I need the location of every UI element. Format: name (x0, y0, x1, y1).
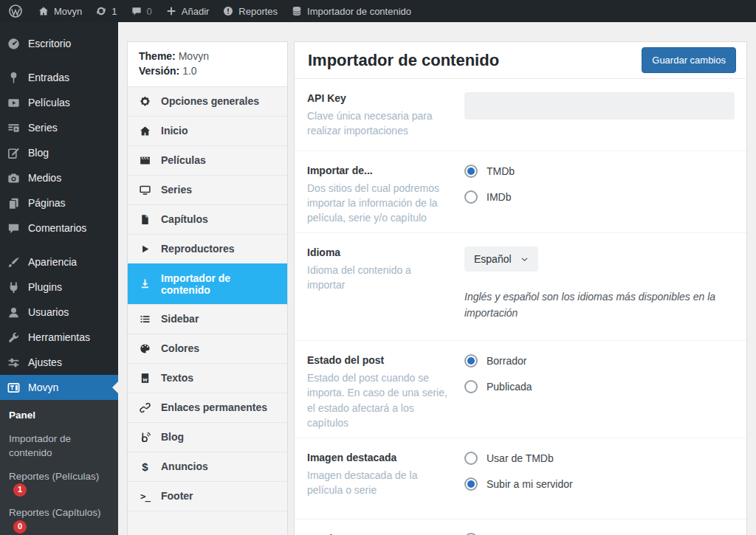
sidebar-item-series[interactable]: Series (0, 115, 118, 140)
language-note: Inglés y español son los idiomas más dis… (464, 289, 734, 321)
comment-count: 0 (147, 6, 152, 17)
updates-link[interactable]: 1 (89, 0, 123, 22)
active-item-notch (106, 382, 118, 393)
submenu-item-reportes-capitulos[interactable]: Reportes (Capítulos) 0 (0, 501, 118, 535)
settings-form: API Key Clave única necesaria para reali… (295, 78, 746, 535)
gear-icon (139, 95, 151, 108)
theme-tab-peliculas[interactable]: Películas (128, 145, 287, 175)
radio-option-publicada[interactable]: Publicada (464, 380, 735, 393)
database-icon (291, 5, 303, 17)
terminal-icon: >_ (139, 490, 151, 503)
sidebar-item-blog[interactable]: Blog (0, 140, 118, 165)
movyn-submenu: Panel Importador de contenido Reportes (… (0, 400, 118, 535)
wordpress-menu[interactable] (0, 0, 31, 22)
theme-tab-inicio[interactable]: Inicio (128, 116, 287, 145)
admin-bar: Movyn 1 0 Añadir Reportes Importador de … (0, 0, 756, 22)
api-key-input[interactable] (464, 92, 735, 120)
sidebar-item-plugins[interactable]: Plugins (0, 275, 118, 300)
theme-tab-blog[interactable]: Blog (128, 422, 287, 452)
field-row-import-from: Importar de... Dos sitios del cual podre… (295, 151, 746, 232)
home-icon (38, 5, 49, 17)
page-title: Importador de contenido (308, 51, 499, 70)
import-from-description: Dos sitios del cual podremos importar la… (307, 181, 451, 226)
comments-link[interactable]: 0 (124, 0, 159, 22)
theme-options-panel: Theme: Movyn Versión: 1.0 Opciones gener… (127, 41, 288, 535)
sidebar-item-usuarios[interactable]: Usuarios (0, 300, 118, 325)
video-icon (7, 96, 21, 110)
brush-icon (7, 255, 21, 269)
theme-tab-series[interactable]: Series (128, 175, 287, 204)
post-status-description: Estado del post cuando se importa. En ca… (307, 370, 451, 430)
radio-unchecked-icon (464, 380, 478, 393)
language-select[interactable]: Español (464, 246, 538, 272)
sidebar-item-entradas[interactable]: Entradas (0, 65, 118, 90)
field-row-api-key: API Key Clave única necesaria para reali… (295, 79, 746, 151)
sidebar-item-escritorio[interactable]: Escritorio (0, 31, 118, 56)
sidebar-item-comentarios[interactable]: Comentarios (0, 215, 118, 241)
radio-checked-icon (464, 477, 478, 491)
radio-option-borrador[interactable]: Borrador (464, 354, 735, 367)
theme-tab-capitulos[interactable]: Capítulos (128, 204, 287, 234)
radio-option-subir-servidor[interactable]: Subir a mi servidor (464, 477, 735, 491)
field-row-language: Idioma Idioma del contenido a importar E… (295, 232, 746, 340)
sidebar-item-peliculas[interactable]: Películas (0, 90, 118, 115)
submenu-item-panel[interactable]: Panel (0, 404, 118, 427)
field-row-post-status: Estado del post Estado del post cuando s… (295, 340, 746, 438)
reports-movies-badge: 1 (13, 483, 27, 497)
theme-tab-anuncios[interactable]: $ Anuncios (128, 452, 287, 481)
theme-tab-opciones-generales[interactable]: Opciones generales (128, 86, 287, 116)
version-value: 1.0 (182, 65, 196, 77)
theme-tab-reproductores[interactable]: Reproductores (128, 234, 287, 263)
submenu-item-importador[interactable]: Importador de contenido (0, 427, 118, 465)
camera-icon (7, 171, 21, 185)
theme-tab-enlaces[interactable]: Enlaces permanentes (128, 393, 287, 422)
save-changes-button[interactable]: Guardar cambios (642, 47, 736, 73)
radio-option-tmdb[interactable]: TMDb (464, 165, 735, 178)
theme-tab-sidebar[interactable]: Sidebar (128, 304, 287, 334)
list-icon (139, 313, 151, 325)
radio-checked-icon (464, 354, 478, 367)
dashboard-icon (7, 37, 21, 51)
theme-tab-colores[interactable]: Colores (128, 334, 287, 363)
radio-option-usar-de-tmdb[interactable]: Usar de TMDb (464, 452, 735, 465)
playlist-video-icon (7, 121, 21, 135)
featured-image-description: Imagen destacada de la película o serie (307, 468, 451, 498)
link-icon (139, 401, 151, 414)
add-new-menu[interactable]: Añadir (159, 0, 216, 22)
sidebar-item-movyn[interactable]: Movyn (0, 375, 118, 400)
comment-icon (7, 221, 21, 235)
add-new-label: Añadir (182, 6, 210, 17)
site-name-link[interactable]: Movyn (31, 0, 89, 22)
home-icon (139, 125, 151, 137)
comments-icon (131, 5, 142, 17)
sidebar-item-medios[interactable]: Medios (0, 165, 118, 190)
submenu-item-reportes-peliculas[interactable]: Reportes (Películas) 1 (0, 465, 118, 502)
reports-menu[interactable]: Reportes (216, 0, 284, 22)
dollar-icon: $ (139, 460, 151, 473)
blog-icon (139, 431, 151, 443)
importer-label: Importador de contenido (307, 6, 411, 17)
theme-tab-textos[interactable]: Textos (128, 363, 287, 393)
reports-chapters-badge: 0 (13, 520, 27, 534)
radio-option-imdb[interactable]: IMDb (464, 190, 735, 204)
radio-unchecked-icon (464, 190, 478, 204)
importer-menu[interactable]: Importador de contenido (284, 0, 418, 22)
theme-tab-footer[interactable]: >_ Footer (128, 481, 287, 511)
theme-panel-filler (128, 511, 287, 535)
sidebar-item-paginas[interactable]: Páginas (0, 190, 118, 215)
updates-icon (95, 5, 107, 17)
plus-icon (165, 5, 177, 17)
palette-icon (139, 342, 151, 355)
monitor-icon (139, 184, 151, 196)
admin-sidebar: Escritorio Entradas Películas Series Blo… (0, 22, 118, 535)
import-from-label: Importar de... (307, 164, 451, 179)
alert-icon (222, 5, 234, 17)
sidebar-item-apariencia[interactable]: Apariencia (0, 249, 118, 275)
theme-tab-importador[interactable]: Importador de contenido (128, 263, 287, 304)
wordpress-logo-icon (8, 4, 23, 18)
sidebar-item-herramientas[interactable]: Herramientas (0, 325, 118, 350)
field-row-background: Fondo Usar de TMDb (295, 519, 746, 535)
pages-icon (7, 196, 21, 210)
api-key-label: API Key (307, 92, 451, 106)
sidebar-item-ajustes[interactable]: Ajustes (0, 350, 118, 375)
